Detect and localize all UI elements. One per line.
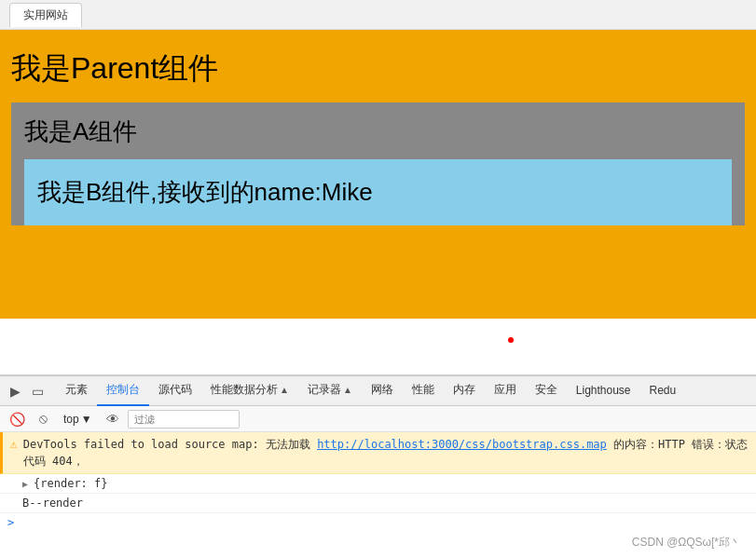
recorder-arrow-icon: ▲ xyxy=(343,385,352,395)
expand-icon[interactable]: ▶ xyxy=(22,479,28,489)
pause-on-exception-icon[interactable]: ⦸ xyxy=(32,408,54,430)
tab-redux[interactable]: Redu xyxy=(640,376,686,406)
tab-security[interactable]: 安全 xyxy=(526,376,567,406)
device-icon[interactable]: ▭ xyxy=(26,380,48,402)
prompt-chevron-icon: > xyxy=(7,516,14,529)
browser-tab[interactable]: 实用网站 xyxy=(9,3,82,27)
console-item-render: ▶ {render: f} xyxy=(0,474,756,494)
tab-network[interactable]: 网络 xyxy=(362,376,403,406)
error-link[interactable]: http://localhost:3000/css/bootstrap.css.… xyxy=(317,438,607,451)
tab-recorder[interactable]: 记录器 ▲ xyxy=(298,376,362,406)
console-error-line: ⚠ DevTools failed to load source map: 无法… xyxy=(0,432,756,474)
console-item-brender: B--render xyxy=(0,494,756,513)
component-b-title: 我是B组件,接收到的name:Mike xyxy=(37,176,719,209)
devtools-panel: ▶ ▭ 元素 控制台 源代码 性能数据分析 ▲ 记录器 ▲ 网络 性能 内存 xyxy=(0,374,756,558)
tab-performance-insights[interactable]: 性能数据分析 ▲ xyxy=(201,376,298,406)
devtools-tab-bar: ▶ ▭ 元素 控制台 源代码 性能数据分析 ▲ 记录器 ▲ 网络 性能 内存 xyxy=(0,376,756,406)
console-filter-input[interactable] xyxy=(128,410,240,429)
clear-console-icon[interactable]: 🚫 xyxy=(6,408,28,430)
top-arrow-icon: ▼ xyxy=(81,413,92,426)
devtools-toolbar: 🚫 ⦸ top ▼ 👁 xyxy=(0,406,756,432)
tab-application[interactable]: 应用 xyxy=(485,376,526,406)
eye-icon[interactable]: 👁 xyxy=(102,408,124,430)
tab-performance[interactable]: 性能 xyxy=(403,376,444,406)
inspect-icon[interactable]: ▶ xyxy=(4,380,26,402)
console-error-text: DevTools failed to load source map: 无法加载… xyxy=(23,436,749,470)
watermark: CSDN @ΩQSω[*邱丶 xyxy=(632,535,741,551)
parent-component-title: 我是Parent组件 xyxy=(11,39,745,102)
perf-arrow-icon: ▲ xyxy=(280,385,289,395)
tab-console[interactable]: 控制台 xyxy=(97,376,149,406)
tab-memory[interactable]: 内存 xyxy=(444,376,485,406)
component-a: 我是A组件 我是B组件,接收到的name:Mike xyxy=(11,102,745,225)
page-content: 我是Parent组件 我是A组件 我是B组件,接收到的name:Mike xyxy=(0,30,756,319)
devtools-icon-group: ▶ ▭ xyxy=(4,380,48,402)
tab-elements[interactable]: 元素 xyxy=(56,376,97,406)
component-b: 我是B组件,接收到的name:Mike xyxy=(24,159,732,225)
red-dot-indicator xyxy=(508,337,514,343)
page-gap xyxy=(0,319,756,374)
browser-tab-bar: 实用网站 xyxy=(0,0,756,30)
console-prompt[interactable]: > xyxy=(0,513,756,532)
tab-lighthouse[interactable]: Lighthouse xyxy=(567,376,640,406)
tab-sources[interactable]: 源代码 xyxy=(149,376,201,406)
warning-icon: ⚠ xyxy=(10,437,18,451)
component-a-title: 我是A组件 xyxy=(24,116,732,159)
top-context-selector[interactable]: top ▼ xyxy=(58,409,98,429)
